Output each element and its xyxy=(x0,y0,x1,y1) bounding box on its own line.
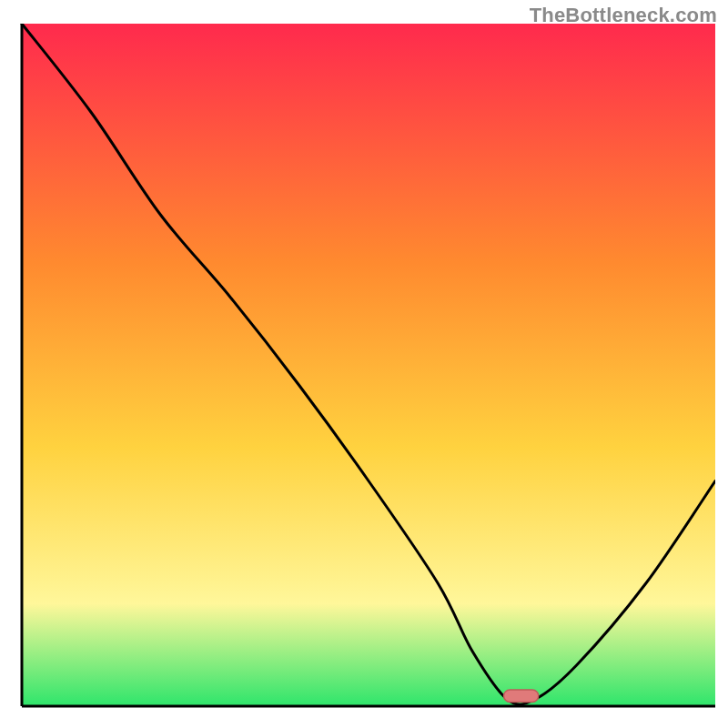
chart-svg xyxy=(13,24,715,715)
bottleneck-chart xyxy=(13,24,715,715)
optimum-marker xyxy=(504,690,539,703)
chart-stage: TheBottleneck.com xyxy=(0,0,728,728)
gradient-background xyxy=(22,24,715,706)
